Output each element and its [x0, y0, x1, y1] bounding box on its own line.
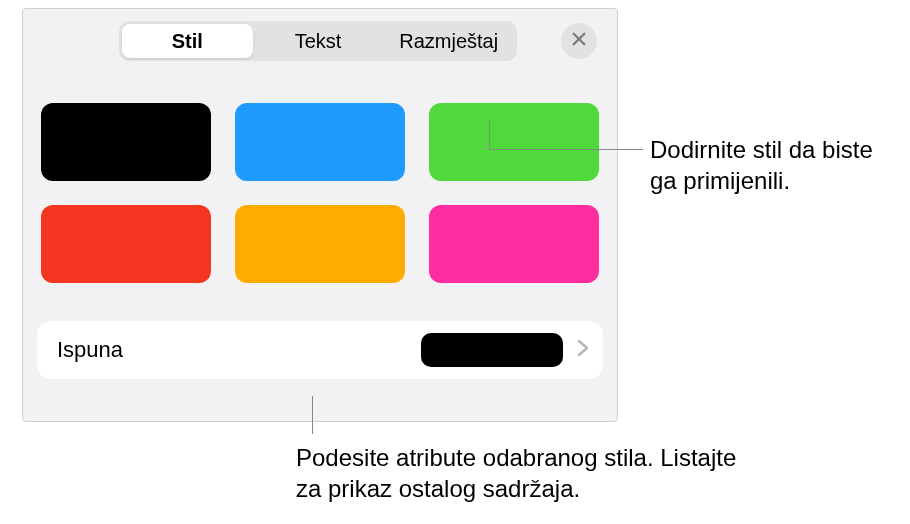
style-swatch[interactable]: [429, 205, 599, 283]
callout-adjust-attrs: Podesite atribute odabranog stila. Lista…: [296, 442, 746, 504]
style-swatch-grid: [37, 103, 603, 283]
segmented-control: Stil Tekst Razmještaj: [119, 21, 517, 61]
tab-style-label: Stil: [172, 30, 203, 53]
panel-topbar: Stil Tekst Razmještaj: [37, 21, 603, 61]
fill-row[interactable]: Ispuna: [37, 321, 603, 379]
callout-leader: [312, 396, 313, 434]
callout-leader: [489, 149, 643, 150]
callout-apply-style: Dodirnite stil da biste ga primijenili.: [650, 134, 900, 196]
style-swatch[interactable]: [235, 205, 405, 283]
style-swatch[interactable]: [41, 103, 211, 181]
tab-layout-label: Razmještaj: [399, 30, 498, 53]
fill-color-preview: [421, 333, 563, 367]
close-icon: [570, 30, 588, 52]
style-swatch[interactable]: [429, 103, 599, 181]
callout-leader: [489, 119, 490, 149]
tab-layout[interactable]: Razmještaj: [383, 24, 514, 58]
tab-text-label: Tekst: [295, 30, 342, 53]
close-button[interactable]: [561, 23, 597, 59]
format-panel: Stil Tekst Razmještaj Ispuna: [22, 8, 618, 422]
fill-label: Ispuna: [57, 337, 421, 363]
style-swatch[interactable]: [41, 205, 211, 283]
chevron-right-icon: [577, 339, 589, 361]
style-swatch[interactable]: [235, 103, 405, 181]
tab-style[interactable]: Stil: [122, 24, 253, 58]
tab-text[interactable]: Tekst: [253, 24, 384, 58]
